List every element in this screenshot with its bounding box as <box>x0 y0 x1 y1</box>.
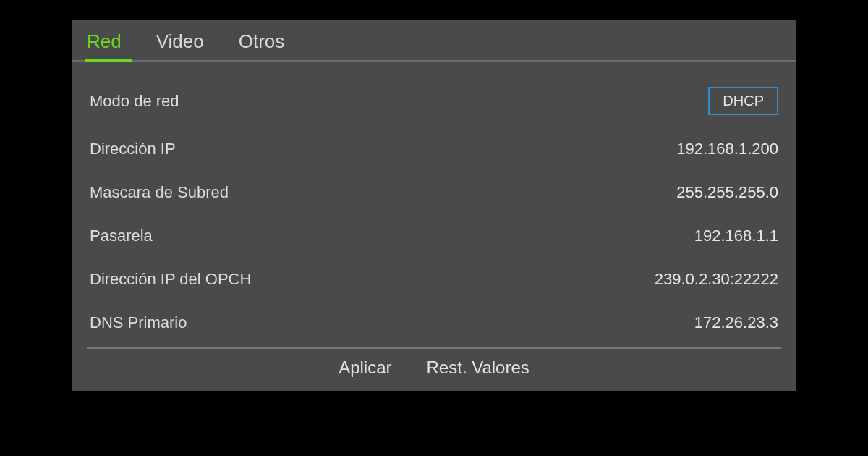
row-opch-ip: Dirección IP del OPCH 239.0.2.30:22222 <box>87 258 781 301</box>
label-network-mode: Modo de red <box>90 92 179 111</box>
value-primary-dns[interactable]: 172.26.23.3 <box>694 313 778 332</box>
label-opch-ip: Dirección IP del OPCH <box>90 270 251 289</box>
row-gateway: Pasarela 192.168.1.1 <box>87 214 781 258</box>
settings-panel: Red Video Otros Modo de red DHCP Direcci… <box>72 20 796 391</box>
value-opch-ip[interactable]: 239.0.2.30:22222 <box>655 270 778 289</box>
row-subnet-mask: Mascara de Subred 255.255.255.0 <box>87 171 781 214</box>
tab-bar: Red Video Otros <box>72 20 796 62</box>
apply-button[interactable]: Aplicar <box>339 358 391 378</box>
reset-button[interactable]: Rest. Valores <box>427 358 529 378</box>
label-subnet-mask: Mascara de Subred <box>90 183 229 202</box>
row-ip-address: Dirección IP 192.168.1.200 <box>87 127 781 171</box>
row-primary-dns: DNS Primario 172.26.23.3 <box>87 301 781 345</box>
tab-video[interactable]: Video <box>156 30 204 60</box>
value-subnet-mask[interactable]: 255.255.255.0 <box>676 183 778 202</box>
label-ip-address: Dirección IP <box>90 140 176 159</box>
settings-content: Modo de red DHCP Dirección IP 192.168.1.… <box>72 62 796 345</box>
network-mode-select[interactable]: DHCP <box>708 87 778 115</box>
tab-red[interactable]: Red <box>87 30 122 60</box>
value-gateway[interactable]: 192.168.1.1 <box>694 227 778 245</box>
tab-otros[interactable]: Otros <box>239 30 285 60</box>
footer-actions: Aplicar Rest. Valores <box>72 349 796 391</box>
label-primary-dns: DNS Primario <box>90 313 187 332</box>
label-gateway: Pasarela <box>90 227 153 245</box>
row-network-mode: Modo de red DHCP <box>87 75 781 127</box>
value-ip-address[interactable]: 192.168.1.200 <box>676 140 778 159</box>
